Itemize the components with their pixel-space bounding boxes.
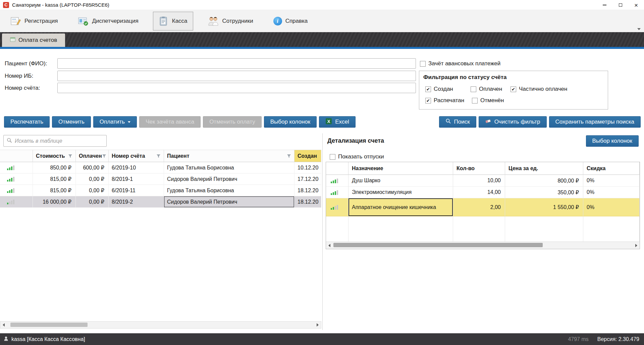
scroll-thumb[interactable] (10, 323, 88, 327)
detail-row[interactable]: Электромиостимуляция 14,00 350,00 ₽ 0% (326, 187, 640, 198)
maximize-button[interactable] (612, 0, 628, 10)
filter-icon[interactable] (68, 154, 72, 158)
invoice-cost-cell[interactable]: 850,00 ₽ (33, 162, 76, 174)
invoice-row[interactable]: 16 000,00 ₽ 0,00 ₽ 8/2019-2 Сидоров Вале… (0, 196, 321, 208)
invoice-paid-cell[interactable]: 600,00 ₽ (76, 162, 109, 174)
details-horizontal-scrollbar[interactable] (326, 242, 640, 249)
advance-receipt-button[interactable]: Чек зачёта аванса (139, 116, 201, 128)
toolbar-item-help[interactable]: i Справка (268, 12, 314, 30)
column-header-created[interactable]: Создан (294, 150, 321, 162)
column-header-cost[interactable]: Стоимость (33, 150, 76, 162)
detail-row[interactable]: Душ Шарко 10,00 800,00 ₽ 0% (326, 175, 640, 187)
invoice-paid-cell[interactable]: 0,00 ₽ (76, 196, 109, 208)
invoice-row[interactable]: 815,00 ₽ 0,00 ₽ 6/2019-11 Гудова Татьяна… (0, 185, 321, 196)
invoice-patient-cell-focused[interactable]: Сидоров Валерий Петрович (164, 196, 294, 208)
scroll-left-arrow[interactable] (326, 242, 333, 249)
patient-input[interactable] (57, 58, 416, 69)
column-header-status[interactable] (0, 150, 33, 162)
invoice-number-input[interactable] (57, 83, 416, 93)
detail-discount-cell[interactable]: 0% (583, 198, 640, 216)
column-header-label: Номер счёта (112, 153, 145, 159)
scroll-left-arrow[interactable] (0, 322, 7, 328)
invoice-created-cell[interactable]: 18.12.20 (294, 185, 321, 196)
invoice-row[interactable]: 850,00 ₽ 600,00 ₽ 6/2019-10 Гудова Татья… (0, 162, 321, 174)
show-vacations-checkbox[interactable] (330, 154, 335, 160)
invoices-horizontal-scrollbar[interactable] (0, 321, 321, 329)
details-column-header-discount[interactable]: Скидка (583, 162, 640, 175)
invoice-created-cell[interactable]: 10.12.20 (294, 162, 321, 174)
filter-icon[interactable] (156, 154, 161, 158)
invoice-row[interactable]: 815,00 ₽ 0,00 ₽ 8/2019-1 Сидоров Валерий… (0, 174, 321, 185)
details-column-header-service[interactable]: Назначение (348, 162, 453, 175)
status-printed-checkbox[interactable] (425, 98, 431, 104)
invoice-cost-cell[interactable]: 16 000,00 ₽ (33, 196, 76, 208)
detail-discount-cell[interactable]: 0% (583, 187, 640, 198)
invoice-patient-cell[interactable]: Гудова Татьяна Борисовна (164, 162, 294, 174)
status-partially-paid-checkbox[interactable] (511, 86, 516, 92)
case-number-input[interactable] (57, 71, 416, 81)
scroll-thumb[interactable] (333, 243, 543, 247)
invoice-paid-cell[interactable]: 0,00 ₽ (76, 174, 109, 185)
details-column-header-unit-price[interactable]: Цена за ед. (505, 162, 583, 175)
print-button[interactable]: Распечатать (4, 116, 50, 128)
invoice-number-cell[interactable]: 8/2019-2 (109, 196, 164, 208)
detail-price-cell[interactable]: 1 550,00 ₽ (505, 198, 583, 216)
advance-payments-checkbox[interactable] (420, 61, 426, 67)
choose-columns-button[interactable]: Выбор колонок (264, 116, 317, 128)
column-header-patient[interactable]: Пациент (164, 150, 294, 162)
toolbar-item-registration[interactable]: Регистрация (5, 12, 63, 30)
toolbar-overflow-chevron-icon[interactable] (637, 28, 641, 30)
status-bars-icon (7, 188, 14, 193)
invoice-number-cell[interactable]: 6/2019-10 (109, 162, 164, 174)
pay-button[interactable]: Оплатить (93, 116, 137, 128)
minimize-button[interactable] (597, 0, 612, 10)
detail-service-cell[interactable]: Электромиостимуляция (348, 187, 453, 198)
scroll-track[interactable] (333, 242, 633, 249)
clear-filter-button[interactable]: Очистить фильтр (479, 116, 547, 128)
column-header-invoice-number[interactable]: Номер счёта (109, 150, 164, 162)
details-choose-columns-button[interactable]: Выбор колонок (586, 135, 639, 147)
toolbar-item-staff[interactable]: Сотрудники (202, 12, 259, 30)
main-toolbar: Регистрация Диспетчеризация Касса Сотруд… (0, 10, 644, 32)
toolbar-item-dispatch[interactable]: Диспетчеризация (72, 12, 144, 30)
status-paid-checkbox[interactable] (471, 86, 476, 92)
invoice-number-cell[interactable]: 8/2019-1 (109, 174, 164, 185)
scroll-right-arrow[interactable] (314, 322, 321, 328)
detail-qty-cell[interactable]: 2,00 (453, 198, 505, 216)
cancel-button[interactable]: Отменить (52, 116, 91, 128)
details-column-header-status[interactable] (326, 162, 348, 175)
scroll-right-arrow[interactable] (633, 242, 640, 249)
invoice-cost-cell[interactable]: 815,00 ₽ (33, 174, 76, 185)
search-button[interactable]: Поиск (439, 116, 476, 128)
detail-price-cell[interactable]: 800,00 ₽ (505, 175, 583, 187)
column-header-paid[interactable]: Оплачен (76, 150, 109, 162)
status-cancelled-checkbox[interactable] (472, 98, 478, 104)
filter-icon[interactable] (287, 154, 291, 158)
close-button[interactable]: × (628, 0, 644, 10)
invoice-patient-cell[interactable]: Сидоров Валерий Петрович (164, 174, 294, 185)
excel-button-label: Excel (335, 119, 349, 125)
filter-icon[interactable] (102, 154, 106, 158)
invoice-created-cell[interactable]: 18.12.20 (294, 196, 321, 208)
detail-service-cell[interactable]: Душ Шарко (348, 175, 453, 187)
excel-button[interactable]: X Excel (319, 116, 356, 128)
detail-qty-cell[interactable]: 14,00 (453, 187, 505, 198)
status-created-checkbox[interactable] (425, 86, 431, 92)
invoice-cost-cell[interactable]: 815,00 ₽ (33, 185, 76, 196)
invoice-paid-cell[interactable]: 0,00 ₽ (76, 185, 109, 196)
scroll-track[interactable] (7, 322, 314, 328)
table-search-input[interactable] (15, 138, 103, 144)
save-search-params-button[interactable]: Сохранить параметры поиска (549, 116, 641, 128)
invoice-number-cell[interactable]: 6/2019-11 (109, 185, 164, 196)
invoice-created-cell[interactable]: 17.12.20 (294, 174, 321, 185)
detail-discount-cell[interactable]: 0% (583, 175, 640, 187)
toolbar-item-cashdesk[interactable]: Касса (153, 12, 193, 30)
detail-price-cell[interactable]: 350,00 ₽ (505, 187, 583, 198)
tab-payment-of-invoices[interactable]: Оплата счетов (2, 33, 65, 47)
invoice-patient-cell[interactable]: Гудова Татьяна Борисовна (164, 185, 294, 196)
details-column-header-qty[interactable]: Кол-во (453, 162, 505, 175)
cancel-payment-button[interactable]: Отменить оплату (203, 116, 262, 128)
detail-service-cell-focused[interactable]: Аппаратное очищение кишечника (348, 198, 453, 216)
detail-row[interactable]: Аппаратное очищение кишечника 2,00 1 550… (326, 198, 640, 216)
detail-qty-cell[interactable]: 10,00 (453, 175, 505, 187)
